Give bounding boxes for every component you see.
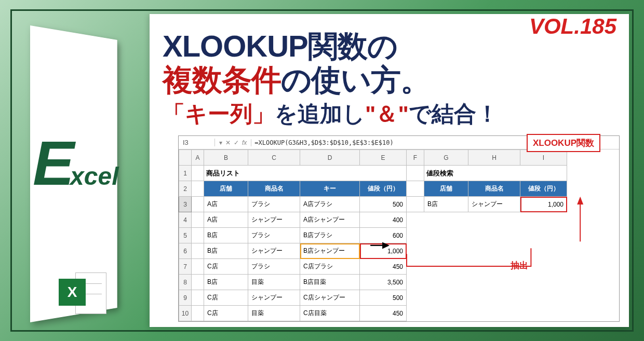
cell-product[interactable]: シャンプー (248, 212, 300, 228)
section-right-title[interactable]: 値段検索 (424, 166, 567, 181)
left-hdr-store[interactable]: 店舗 (204, 181, 248, 197)
cell[interactable] (192, 275, 204, 290)
right-hdr-price[interactable]: 値段（円） (520, 181, 567, 197)
cancel-icon[interactable]: ✕ (225, 139, 231, 146)
col-d[interactable]: D (300, 150, 360, 166)
row-hdr[interactable]: 3 (179, 197, 192, 212)
cell-price[interactable]: 500 (360, 197, 407, 212)
cell[interactable] (407, 290, 424, 306)
cell-store[interactable]: C店 (204, 259, 248, 275)
cell-product[interactable]: ブラシ (248, 259, 300, 275)
cell[interactable] (407, 197, 424, 212)
cell-store[interactable]: B店 (204, 228, 248, 243)
cell[interactable] (424, 243, 468, 259)
dropdown-icon[interactable]: ▾ (219, 139, 222, 146)
left-hdr-price[interactable]: 値段（円） (360, 181, 407, 197)
cell[interactable] (520, 306, 567, 321)
cell[interactable] (407, 275, 424, 290)
cell[interactable] (424, 212, 468, 228)
cell[interactable] (424, 228, 468, 243)
col-g[interactable]: G (424, 150, 468, 166)
col-c[interactable]: C (248, 150, 300, 166)
cell[interactable] (407, 259, 424, 275)
cell-price[interactable]: 400 (360, 212, 407, 228)
cell-price[interactable]: 1,000 (360, 243, 407, 259)
cell-key[interactable]: A店ブラシ (300, 197, 360, 212)
cell-key[interactable]: B店シャンプー (300, 243, 360, 259)
cell[interactable] (192, 228, 204, 243)
right-result[interactable]: 1,000 (520, 197, 567, 212)
cell[interactable] (424, 259, 468, 275)
cell[interactable] (407, 228, 424, 243)
cell[interactable] (192, 212, 204, 228)
cell-store[interactable]: C店 (204, 306, 248, 321)
cell-price[interactable]: 450 (360, 306, 407, 321)
cell-key[interactable]: C店ブラシ (300, 259, 360, 275)
cell[interactable] (192, 166, 204, 181)
cell[interactable] (468, 290, 520, 306)
col-b[interactable]: B (204, 150, 248, 166)
cell[interactable] (520, 243, 567, 259)
row-hdr[interactable]: 10 (179, 306, 192, 321)
cell[interactable] (468, 275, 520, 290)
row-hdr[interactable]: 6 (179, 243, 192, 259)
cell-store[interactable]: A店 (204, 197, 248, 212)
right-hdr-product[interactable]: 商品名 (468, 181, 520, 197)
cell[interactable] (192, 290, 204, 306)
cell[interactable] (192, 181, 204, 197)
cell[interactable] (424, 306, 468, 321)
cell-key[interactable]: B店目薬 (300, 275, 360, 290)
cell-price[interactable]: 3,500 (360, 275, 407, 290)
cell[interactable] (192, 243, 204, 259)
cell-key[interactable]: B店ブラシ (300, 228, 360, 243)
cell-product[interactable]: シャンプー (248, 290, 300, 306)
cell[interactable] (468, 212, 520, 228)
right-store[interactable]: B店 (424, 197, 468, 212)
cell[interactable] (468, 243, 520, 259)
cell-store[interactable]: C店 (204, 290, 248, 306)
row-hdr-1[interactable]: 1 (179, 166, 192, 181)
row-hdr[interactable]: 7 (179, 259, 192, 275)
cell[interactable] (520, 212, 567, 228)
col-h[interactable]: H (468, 150, 520, 166)
right-hdr-store[interactable]: 店舗 (424, 181, 468, 197)
cell-key[interactable]: C店目薬 (300, 306, 360, 321)
cell[interactable] (407, 166, 424, 181)
col-i[interactable]: I (520, 150, 567, 166)
cell-key[interactable]: C店シャンプー (300, 290, 360, 306)
cell-price[interactable]: 600 (360, 228, 407, 243)
cell-store[interactable]: B店 (204, 275, 248, 290)
cell-product[interactable]: シャンプー (248, 243, 300, 259)
left-hdr-key[interactable]: キー (300, 181, 360, 197)
row-hdr[interactable]: 5 (179, 228, 192, 243)
cell-price[interactable]: 450 (360, 259, 407, 275)
name-box[interactable]: I3 (179, 139, 215, 146)
right-product[interactable]: シャンプー (468, 197, 520, 212)
cell[interactable] (407, 306, 424, 321)
cell[interactable] (407, 243, 424, 259)
col-e[interactable]: E (360, 150, 407, 166)
row-hdr[interactable]: 4 (179, 212, 192, 228)
cell[interactable] (192, 197, 204, 212)
cell-product[interactable]: 目薬 (248, 306, 300, 321)
corner-cell[interactable] (179, 150, 192, 166)
cell[interactable] (192, 259, 204, 275)
fx-icon[interactable]: fx (242, 139, 247, 146)
cell[interactable] (424, 290, 468, 306)
cell[interactable] (468, 228, 520, 243)
section-left-title[interactable]: 商品リスト (204, 166, 407, 181)
confirm-icon[interactable]: ✓ (234, 139, 239, 146)
cell[interactable] (468, 306, 520, 321)
cell-product[interactable]: ブラシ (248, 197, 300, 212)
col-a[interactable]: A (192, 150, 204, 166)
cell-product[interactable]: 目薬 (248, 275, 300, 290)
cell[interactable] (520, 275, 567, 290)
cell[interactable] (520, 290, 567, 306)
col-f[interactable]: F (407, 150, 424, 166)
left-hdr-product[interactable]: 商品名 (248, 181, 300, 197)
row-hdr[interactable]: 9 (179, 290, 192, 306)
cell-key[interactable]: A店シャンプー (300, 212, 360, 228)
row-hdr[interactable]: 8 (179, 275, 192, 290)
cell[interactable] (424, 275, 468, 290)
cell-product[interactable]: ブラシ (248, 228, 300, 243)
